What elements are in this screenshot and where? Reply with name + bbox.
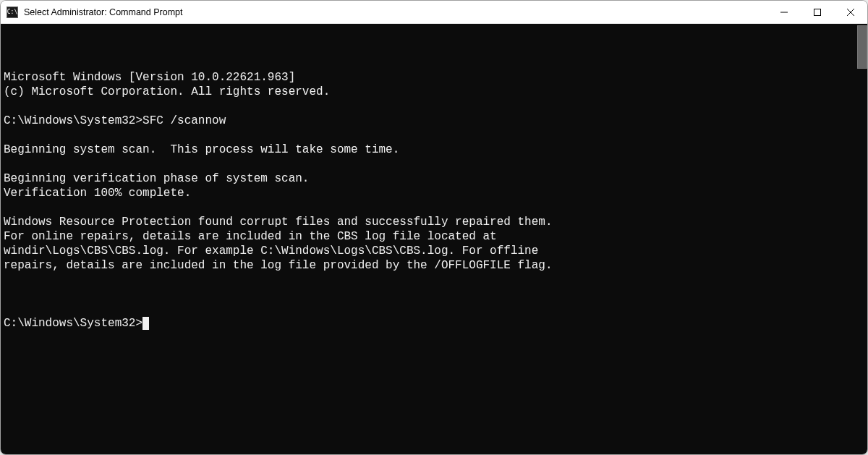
cursor-icon — [142, 317, 149, 330]
terminal-line: repairs, details are included in the log… — [4, 258, 867, 273]
terminal-line — [4, 128, 867, 143]
cmd-icon: C:\ — [7, 7, 18, 18]
terminal-line — [4, 200, 867, 215]
minimize-icon — [780, 9, 788, 16]
close-icon — [847, 9, 854, 16]
svg-rect-1 — [814, 9, 821, 16]
maximize-button[interactable] — [801, 1, 834, 24]
current-prompt: C:\Windows\System32> — [4, 317, 142, 330]
command-prompt-window: C:\ Select Administrator: Command Prompt… — [0, 0, 868, 455]
titlebar-left: C:\ Select Administrator: Command Prompt — [7, 7, 183, 18]
terminal-line: Beginning system scan. This process will… — [4, 143, 867, 157]
terminal-line: Windows Resource Protection found corrup… — [4, 215, 867, 229]
terminal-line: C:\Windows\System32>SFC /scannow — [4, 114, 867, 128]
terminal-line — [4, 273, 867, 287]
scrollbar-thumb[interactable] — [857, 25, 867, 69]
terminal-line: Beginning verification phase of system s… — [4, 171, 867, 186]
terminal-line: For online repairs, details are included… — [4, 229, 867, 244]
window-title: Select Administrator: Command Prompt — [24, 7, 183, 17]
maximize-icon — [814, 9, 821, 16]
titlebar[interactable]: C:\ Select Administrator: Command Prompt — [1, 1, 867, 24]
terminal-line: (c) Microsoft Corporation. All rights re… — [4, 85, 867, 99]
current-prompt-line: C:\Windows\System32> — [4, 316, 867, 331]
terminal-line: windir\Logs\CBS\CBS.log. For example C:\… — [4, 244, 867, 258]
terminal-line — [4, 99, 867, 114]
terminal-lines: Microsoft Windows [Version 10.0.22621.96… — [4, 70, 867, 287]
minimize-button[interactable] — [767, 1, 801, 24]
terminal-output[interactable]: Microsoft Windows [Version 10.0.22621.96… — [1, 24, 867, 454]
terminal-line: Microsoft Windows [Version 10.0.22621.96… — [4, 70, 867, 85]
terminal-line: Verification 100% complete. — [4, 186, 867, 200]
close-button[interactable] — [834, 1, 867, 24]
terminal-line — [4, 157, 867, 171]
window-controls — [767, 1, 867, 23]
